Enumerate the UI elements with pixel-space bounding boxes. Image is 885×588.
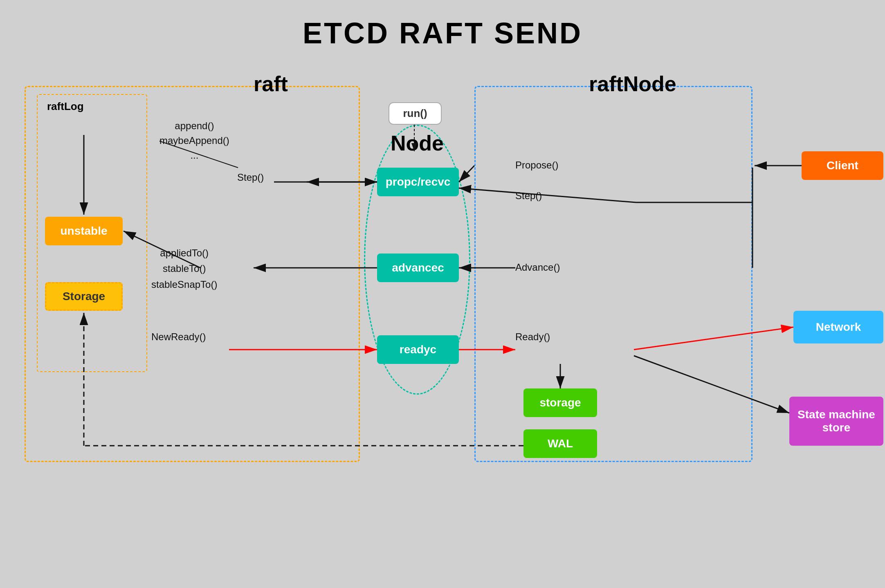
storage-box: Storage: [45, 282, 123, 311]
client-box: Client: [802, 151, 883, 180]
raftlog-label: raftLog: [47, 100, 84, 113]
newready-text: NewReady(): [151, 331, 206, 343]
raft-label: raft: [254, 72, 288, 96]
propose-text: Propose(): [515, 159, 558, 171]
svg-line-19: [459, 166, 474, 182]
append-text: append()maybeAppend()...: [159, 119, 229, 163]
network-box: Network: [793, 311, 883, 343]
appliedto-text: appliedTo()stableTo()stableSnapTo(): [151, 245, 217, 292]
propc-box: propc/recvc: [377, 168, 459, 196]
page-title: ETCD RAFT SEND: [0, 0, 885, 50]
step-text: Step(): [237, 172, 264, 183]
statemachine-box: State machinestore: [789, 397, 883, 446]
ready-text: Ready(): [515, 331, 550, 343]
advance-text: Advance(): [515, 262, 560, 273]
raftnode-box: [474, 86, 752, 462]
node-label: Node: [376, 131, 458, 155]
unstable-box: unstable: [45, 217, 123, 245]
wal-box: WAL: [523, 429, 597, 458]
step2-text: Step(): [515, 190, 542, 202]
storage2-box: storage: [523, 388, 597, 417]
run-button: run(): [389, 102, 442, 125]
advancec-box: advancec: [377, 254, 459, 282]
raftnode-label: raftNode: [589, 72, 676, 96]
readyc-box: readyc: [377, 335, 459, 364]
diagram-area: raft raftNode raftLog Node run() propc/r…: [25, 61, 860, 563]
